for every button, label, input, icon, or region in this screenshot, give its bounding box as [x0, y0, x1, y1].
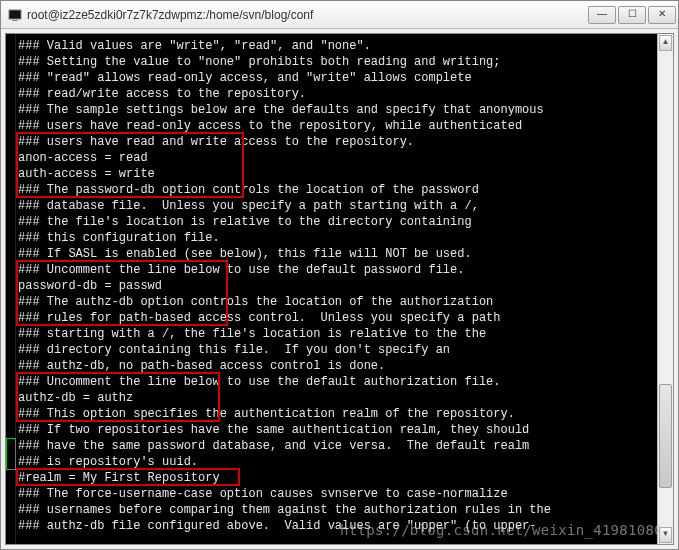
terminal-line: ### The password-db option controls the …: [18, 182, 657, 198]
terminal-line: ### database file. Unless you specify a …: [18, 198, 657, 214]
scroll-track[interactable]: [658, 52, 673, 526]
terminal-line: anon-access = read: [18, 150, 657, 166]
terminal-line: ### users have read-only access to the r…: [18, 118, 657, 134]
terminal-line: ### users have read and write access to …: [18, 134, 657, 150]
terminal-line: ### the file's location is relative to t…: [18, 214, 657, 230]
svg-rect-2: [12, 20, 18, 21]
terminal-line: ### read/write access to the repository.: [18, 86, 657, 102]
terminal-line: ### authz-db, no path-based access contr…: [18, 358, 657, 374]
terminal-line: ### The authz-db option controls the loc…: [18, 294, 657, 310]
terminal-line: ### is repository's uuid.: [18, 454, 657, 470]
svg-rect-1: [10, 11, 20, 18]
terminal-line: ### Uncomment the line below to use the …: [18, 262, 657, 278]
terminal-line: ### The sample settings below are the de…: [18, 102, 657, 118]
window-title: root@iz2ze5zdki0r7z7k7zdwpmz:/home/svn/b…: [27, 8, 313, 22]
left-gutter: [6, 34, 16, 544]
scroll-down-button[interactable]: ▼: [659, 527, 672, 543]
terminal-line: ### directory containing this file. If y…: [18, 342, 657, 358]
titlebar[interactable]: root@iz2ze5zdki0r7z7k7zdwpmz:/home/svn/b…: [1, 1, 678, 29]
vertical-scrollbar[interactable]: ▲ ▼: [657, 34, 673, 544]
terminal-line: ### "read" allows read-only access, and …: [18, 70, 657, 86]
terminal-line: auth-access = write: [18, 166, 657, 182]
terminal-line: password-db = passwd: [18, 278, 657, 294]
terminal-line: ### If two repositories have the same au…: [18, 422, 657, 438]
terminal-window: root@iz2ze5zdki0r7z7k7zdwpmz:/home/svn/b…: [0, 0, 679, 550]
scroll-thumb[interactable]: [659, 384, 672, 488]
terminal-line: ### If SASL is enabled (see below), this…: [18, 246, 657, 262]
terminal-line: ### starting with a /, the file's locati…: [18, 326, 657, 342]
terminal-line: ### Setting the value to "none" prohibit…: [18, 54, 657, 70]
gutter-change-marker: [6, 438, 16, 470]
client-area: ### Valid values are "write", "read", an…: [5, 33, 674, 545]
terminal-line: ### This option specifies the authentica…: [18, 406, 657, 422]
terminal-line: ### Valid values are "write", "read", an…: [18, 38, 657, 54]
terminal-line: ### authz-db file configured above. Vali…: [18, 518, 657, 534]
maximize-button[interactable]: ☐: [618, 6, 646, 24]
terminal-line: ### usernames before comparing them agai…: [18, 502, 657, 518]
terminal-line: #realm = My First Repository: [18, 470, 657, 486]
terminal-output[interactable]: ### Valid values are "write", "read", an…: [16, 34, 657, 544]
terminal-line: ### The force-username-case option cause…: [18, 486, 657, 502]
terminal-line: ### Uncomment the line below to use the …: [18, 374, 657, 390]
terminal-line: authz-db = authz: [18, 390, 657, 406]
terminal-line: ### rules for path-based access control.…: [18, 310, 657, 326]
minimize-button[interactable]: —: [588, 6, 616, 24]
terminal-line: ### have the same password database, and…: [18, 438, 657, 454]
scroll-up-button[interactable]: ▲: [659, 35, 672, 51]
close-button[interactable]: ✕: [648, 6, 676, 24]
terminal-line: ### this configuration file.: [18, 230, 657, 246]
putty-icon: [7, 7, 23, 23]
